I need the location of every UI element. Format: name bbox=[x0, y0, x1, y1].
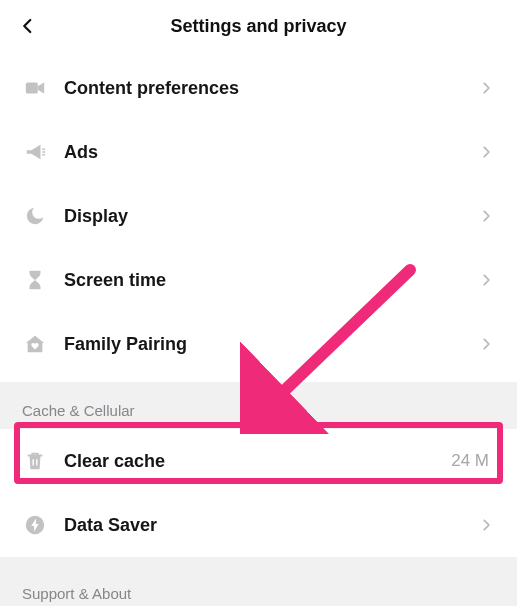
row-label: Data Saver bbox=[64, 515, 477, 536]
moon-icon bbox=[22, 203, 48, 229]
page-title: Settings and privacy bbox=[170, 16, 346, 37]
section-title-support: Support & About bbox=[0, 557, 517, 606]
row-clear-cache[interactable]: Clear cache 24 M bbox=[0, 429, 517, 493]
row-label: Screen time bbox=[64, 270, 477, 291]
chevron-right-icon bbox=[477, 335, 495, 353]
trash-icon bbox=[22, 448, 48, 474]
row-data-saver[interactable]: Data Saver bbox=[0, 493, 517, 557]
chevron-right-icon bbox=[477, 207, 495, 225]
back-button[interactable] bbox=[14, 12, 42, 40]
chevron-right-icon bbox=[477, 79, 495, 97]
chevron-right-icon bbox=[477, 271, 495, 289]
hourglass-icon bbox=[22, 267, 48, 293]
house-heart-icon bbox=[22, 331, 48, 357]
row-label: Family Pairing bbox=[64, 334, 477, 355]
chevron-left-icon bbox=[19, 17, 37, 35]
row-label: Display bbox=[64, 206, 477, 227]
row-display[interactable]: Display bbox=[0, 184, 517, 248]
megaphone-icon bbox=[22, 139, 48, 165]
row-screen-time[interactable]: Screen time bbox=[0, 248, 517, 312]
video-icon bbox=[22, 75, 48, 101]
settings-group-2: Clear cache 24 M Data Saver bbox=[0, 429, 517, 557]
row-label: Content preferences bbox=[64, 78, 477, 99]
settings-group-1: Content preferences Ads Display bbox=[0, 52, 517, 382]
svg-rect-0 bbox=[26, 83, 38, 94]
bolt-circle-icon bbox=[22, 512, 48, 538]
row-family-pairing[interactable]: Family Pairing bbox=[0, 312, 517, 376]
row-content-preferences[interactable]: Content preferences bbox=[0, 56, 517, 120]
row-label: Ads bbox=[64, 142, 477, 163]
chevron-right-icon bbox=[477, 516, 495, 534]
chevron-right-icon bbox=[477, 143, 495, 161]
section-title-cache: Cache & Cellular bbox=[0, 382, 517, 429]
header-bar: Settings and privacy bbox=[0, 0, 517, 52]
settings-screen: Settings and privacy Content preferences… bbox=[0, 0, 517, 606]
row-ads[interactable]: Ads bbox=[0, 120, 517, 184]
row-label: Clear cache bbox=[64, 451, 451, 472]
row-value: 24 M bbox=[451, 451, 489, 471]
